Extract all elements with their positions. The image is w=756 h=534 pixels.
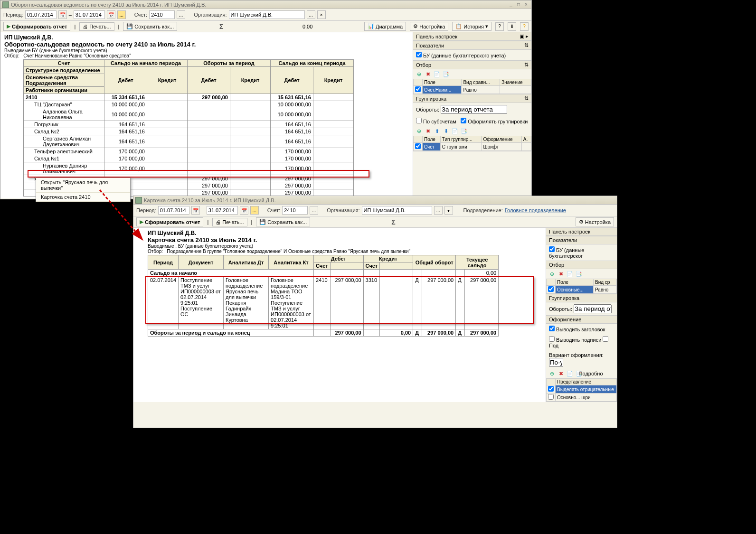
history-button[interactable]: 📋История▾ bbox=[452, 22, 491, 31]
report-title: Оборотно-сальдовая ведомость по счету 24… bbox=[4, 41, 409, 48]
chart-icon: 📊 bbox=[368, 23, 374, 29]
maximize-button[interactable]: □ bbox=[515, 1, 522, 8]
repr-row[interactable]: Выделять отрицательные bbox=[547, 385, 617, 393]
copy2-icon[interactable]: 📑 bbox=[442, 70, 450, 78]
copy-icon[interactable]: 📄 bbox=[566, 370, 574, 377]
expand-icon[interactable]: ⇅ bbox=[524, 62, 529, 68]
period-picker-button[interactable]: ... bbox=[117, 10, 126, 19]
show-sign-checkbox[interactable] bbox=[549, 336, 555, 342]
table-row[interactable]: Погрузчик 164 651,16 164 651,16 bbox=[24, 121, 354, 128]
org-picker-button[interactable]: ... bbox=[434, 206, 443, 215]
add-icon[interactable]: ⊕ bbox=[415, 127, 423, 135]
filter-row[interactable]: Счет.Наим...Равно bbox=[414, 86, 531, 94]
copy-icon[interactable]: 📄 bbox=[451, 127, 459, 135]
account-label: Счет: bbox=[134, 12, 147, 18]
account-picker-button[interactable]: ... bbox=[310, 206, 318, 215]
add-icon[interactable]: ⊕ bbox=[548, 270, 556, 278]
save-button[interactable]: 💾Сохранить как... bbox=[256, 217, 310, 226]
side-panel-1: Панель настроек▣ ▸ Показатели⇅ БУ (данны… bbox=[413, 32, 531, 198]
turn-select[interactable] bbox=[574, 304, 612, 313]
group-row[interactable]: СчетС группамиШрифт bbox=[414, 143, 531, 151]
sigma-icon: Σ bbox=[391, 218, 395, 226]
show-header-checkbox[interactable] bbox=[549, 326, 555, 331]
setup-button[interactable]: ⚙Настройка bbox=[576, 217, 614, 226]
calendar-icon[interactable]: 📅 bbox=[58, 10, 67, 19]
run-report-button[interactable]: ▶Сформировать отчет bbox=[3, 22, 70, 31]
delete-icon[interactable]: ✖ bbox=[557, 370, 565, 377]
org-option-button[interactable]: ▾ bbox=[444, 206, 453, 215]
org-clear-button[interactable]: × bbox=[317, 10, 326, 19]
table-row[interactable]: Нургазиев Данияр Алимханович 170 000,00 … bbox=[24, 162, 354, 175]
minimize-button[interactable]: _ bbox=[508, 1, 514, 8]
turn-select[interactable] bbox=[441, 105, 507, 114]
date-to-input[interactable] bbox=[207, 206, 238, 215]
date-to-input[interactable] bbox=[74, 10, 105, 19]
close-button[interactable]: × bbox=[523, 1, 529, 8]
group-header: Группировка bbox=[416, 96, 446, 102]
table-row[interactable]: 2410 15 334 651,16 297 000,00 15 631 651… bbox=[24, 94, 354, 101]
titlebar-1: Оборотно-сальдовая ведомость по счету 24… bbox=[0, 0, 531, 9]
up-icon[interactable]: ⬆ bbox=[433, 127, 441, 135]
table-row[interactable]: Алданова Ольга Николаевна 10 000 000,00 … bbox=[24, 108, 354, 121]
print-button[interactable]: 🖨Печать... bbox=[212, 218, 247, 226]
subaccount-checkbox[interactable] bbox=[416, 118, 422, 123]
add-icon[interactable]: ⊕ bbox=[415, 70, 423, 78]
col-end: Сальдо на конец периода bbox=[271, 60, 354, 67]
sigma-value: 0,00 bbox=[227, 24, 322, 29]
delete-icon[interactable]: ✖ bbox=[424, 70, 432, 78]
org-input[interactable] bbox=[229, 10, 305, 19]
calendar-icon[interactable]: 📅 bbox=[107, 10, 115, 19]
tool-icon-2[interactable]: ⬇ bbox=[508, 22, 516, 31]
window-title: Карточка счета 2410 за Июль 2014 г. ИП Ш… bbox=[144, 197, 276, 203]
list-icon: 📋 bbox=[455, 23, 462, 29]
gear-icon: ⚙ bbox=[579, 219, 584, 225]
copy-icon[interactable]: 📄 bbox=[566, 270, 574, 278]
account-picker-button[interactable]: ... bbox=[177, 10, 185, 19]
group-format-checkbox[interactable] bbox=[461, 118, 466, 123]
tool-icon-1[interactable]: ? bbox=[495, 22, 504, 31]
calendar-icon[interactable]: 📅 bbox=[191, 206, 200, 215]
variant-select[interactable] bbox=[549, 358, 563, 367]
table-row[interactable]: Склад №1 170 000,00 170 000,00 bbox=[24, 155, 354, 162]
account-input[interactable] bbox=[282, 206, 308, 215]
save-icon: 💾 bbox=[259, 219, 266, 225]
table-row[interactable]: Тельфер электрический 170 000,00 170 000… bbox=[24, 148, 354, 155]
calendar-icon[interactable]: 📅 bbox=[240, 206, 248, 215]
down-icon[interactable]: ⬇ bbox=[442, 127, 450, 135]
bu-checkbox[interactable] bbox=[549, 246, 555, 252]
toolbar-2: ▶Сформировать отчет | 🖨Печать... | 💾Сохр… bbox=[133, 216, 617, 228]
period-label: Период: bbox=[3, 12, 23, 18]
collapse-icon[interactable]: ▣ ▸ bbox=[520, 33, 529, 39]
delete-icon[interactable]: ✖ bbox=[424, 127, 432, 135]
table-row[interactable]: ТЦ "Дастархан" 10 000 000,00 10 000 000,… bbox=[24, 101, 354, 108]
date-from-input[interactable] bbox=[25, 10, 57, 19]
help-icon[interactable]: ? bbox=[520, 22, 529, 31]
date-from-input[interactable] bbox=[158, 206, 189, 215]
org-input[interactable] bbox=[362, 206, 432, 215]
data-row[interactable]: 02.07.2014 Поступление ТМЗ и услуг ИП000… bbox=[148, 277, 499, 329]
copy-icon[interactable]: 📄 bbox=[433, 70, 441, 78]
period-picker-button[interactable]: ... bbox=[250, 206, 259, 215]
expand-icon[interactable]: ⇅ bbox=[524, 42, 529, 48]
copy2-icon[interactable]: 📑 bbox=[575, 270, 583, 278]
chart-button[interactable]: 📊Диаграмма bbox=[364, 22, 406, 31]
delete-icon[interactable]: ✖ bbox=[557, 270, 565, 278]
add-icon[interactable]: ⊕ bbox=[548, 370, 556, 377]
table-row[interactable]: Склад №2 164 651,16 164 651,16 bbox=[24, 128, 354, 135]
division-link[interactable]: Головное подразделение bbox=[505, 207, 566, 213]
col-start: Сальдо на начало периода bbox=[104, 60, 188, 67]
repr-row[interactable]: Основно... шри bbox=[547, 393, 617, 402]
org-picker-button[interactable]: ... bbox=[307, 10, 315, 19]
account-input[interactable] bbox=[149, 10, 175, 19]
print-button[interactable]: 🖨Печать... bbox=[79, 22, 114, 31]
save-button[interactable]: 💾Сохранить как... bbox=[123, 22, 177, 31]
expand-icon[interactable]: ⇅ bbox=[524, 95, 529, 102]
copy2-icon[interactable]: 📑 bbox=[460, 127, 468, 135]
setup-button[interactable]: ⚙Настройка bbox=[410, 22, 448, 31]
filter-row[interactable]: Основные...Равно bbox=[547, 286, 617, 294]
table-row[interactable]: Сергазиев Алимхан Даулетханович 164 651,… bbox=[24, 135, 354, 148]
printer-icon: 🖨 bbox=[83, 24, 88, 29]
card-grid: Период Документ Аналитика Дт Аналитика К… bbox=[148, 255, 499, 337]
bu-checkbox[interactable] bbox=[416, 52, 422, 57]
start-balance-row: Сальдо на начало 0,00 bbox=[148, 270, 499, 277]
